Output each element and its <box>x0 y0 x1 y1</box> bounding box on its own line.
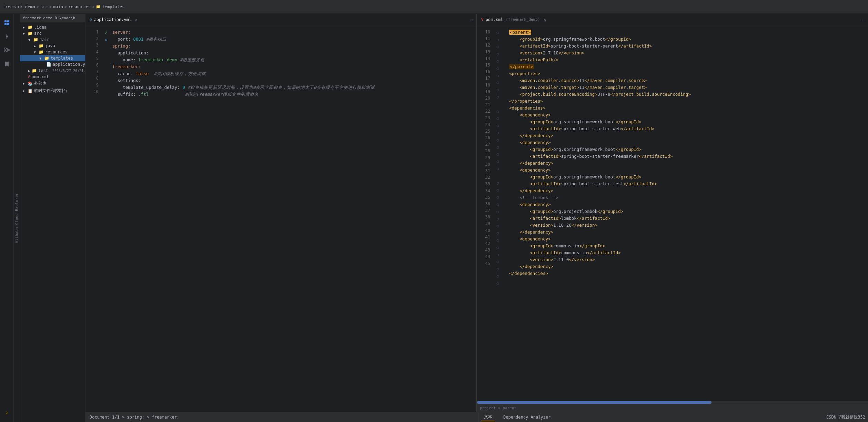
svg-rect-7 <box>4 48 6 49</box>
tree-arrow-scratch: ▶ <box>23 89 26 93</box>
right-horizontal-scrollbar[interactable] <box>477 401 868 404</box>
right-tab-action-icons: ⋯ <box>858 17 868 23</box>
rcode-40: <dependency> <box>501 236 868 243</box>
tree-label-scratch: 临时文件和控制台 <box>34 88 67 94</box>
tree-item-src[interactable]: ▼ 📁 src <box>20 30 85 37</box>
gutter-mark-2: ⊙ <box>103 36 110 43</box>
rcode-42: <artifactId>commons-io</artifactId> <box>501 249 868 256</box>
tree-item-pom[interactable]: V pom.xml <box>20 74 85 80</box>
right-bottom-bar: 文本 Dependency Analyzer CSDN @我就是我352 <box>478 412 868 422</box>
left-tab-bar: ⚙ application.yml ✕ ⋯ <box>85 14 476 26</box>
breadcrumb-project: freemark_demo <box>3 4 35 9</box>
svg-point-4 <box>6 35 8 38</box>
rcode-24: <artifactId>spring-boot-starter-web</art… <box>501 125 868 132</box>
tab-label-pom: pom.xml <box>486 17 503 22</box>
tree-item-application-yml[interactable]: 📄 application.yml <box>20 61 85 68</box>
tree-label-java: java <box>45 43 55 48</box>
rcode-45: </dependencies> <box>501 270 868 277</box>
left-code-content: server: port: 8881 #服务端口 spring: applica… <box>110 26 476 412</box>
yaml-file-icon: 📄 <box>46 62 51 67</box>
tree-item-java[interactable]: ▶ 📁 java <box>20 43 85 49</box>
rcode-43: <version>2.11.0</version> <box>501 256 868 263</box>
tab-sublabel-pom: (freemark_demo) <box>506 17 540 22</box>
tree-label-external-libs: 外部库 <box>34 81 47 86</box>
bottom-tabs-container: 文本 Dependency Analyzer <box>481 413 553 421</box>
code-line-1: server: <box>110 29 476 36</box>
gutter-mark-6 <box>103 65 110 72</box>
rcode-22: <dependency> <box>501 112 868 119</box>
vtab-bookmarks[interactable] <box>1 58 13 70</box>
code-line-5: name: freemarker-demo #指定服务名 <box>110 56 476 63</box>
gutter-mark-9 <box>103 86 110 93</box>
rcode-23: <groupId>org.springframework.boot</group… <box>501 119 868 125</box>
tree-label-pom: pom.xml <box>31 74 49 79</box>
gutter-mark-10 <box>103 93 110 101</box>
rcode-12: <artifactId>spring-boot-starter-parent</… <box>501 43 868 50</box>
gutter-mark-5 <box>103 58 110 65</box>
tree-item-idea[interactable]: ▶ 📁 .idea <box>20 24 85 30</box>
tab-pom-xml[interactable]: V pom.xml (freemark_demo) ✕ <box>477 14 552 26</box>
tree-item-scratch[interactable]: ▶ 📋 临时文件和控制台 <box>20 87 85 94</box>
rcode-41: <groupId>commons-io</groupId> <box>501 243 868 249</box>
cloud-explorer-label: Alibaba Cloud Explorer <box>14 192 20 245</box>
tab-close-pom[interactable]: ✕ <box>542 17 548 22</box>
tab-action-icons: ⋯ <box>467 17 476 23</box>
right-code-editor[interactable]: 10 11 12 13 14 15 16 17 18 19 20 21 <box>477 26 868 401</box>
tree-item-templates[interactable]: ▼ 📁 templates <box>20 55 85 61</box>
vtab-structure[interactable] <box>1 44 13 56</box>
code-line-2: port: 8881 #服务端口 <box>110 36 476 43</box>
right-code-content: <parent> <groupId>org.springframework.bo… <box>501 26 868 401</box>
rcode-26: <dependency> <box>501 139 868 146</box>
top-breadcrumb-bar: freemark_demo > src > main > resources >… <box>0 0 868 14</box>
rcode-39: </dependency> <box>501 229 868 236</box>
right-gutter-marks: ○ ○ ○ ○ ○ ○ ○ ○ ○ ○ ○ ○ <box>494 26 501 401</box>
right-breadcrumb: project > parent <box>477 404 868 412</box>
rcode-30: <dependency> <box>501 167 868 174</box>
tab-application-yml[interactable]: ⚙ application.yml ✕ <box>85 14 143 26</box>
file-tree-content[interactable]: ▶ 📁 .idea ▼ 📁 src ▼ 📁 main <box>20 23 85 422</box>
tree-label-templates: templates <box>51 56 73 61</box>
tree-arrow-main: ▼ <box>28 38 32 42</box>
right-tab-bar: V pom.xml (freemark_demo) ✕ ⋯ <box>477 14 868 26</box>
tree-arrow-templates: ▼ <box>39 56 43 60</box>
svg-rect-3 <box>7 23 9 25</box>
tree-arrow-java: ▶ <box>34 44 37 48</box>
bottom-tab-dependency[interactable]: Dependency Analyzer <box>501 414 553 420</box>
svg-rect-8 <box>4 51 6 52</box>
left-line-numbers: 1 2 3 4 5 6 7 8 9 10 <box>85 26 103 412</box>
left-vtabs: J <box>0 14 14 422</box>
rcode-34: <!-- lombok --> <box>501 194 868 201</box>
test-timestamp: 2023/3/27 20:21.. <box>52 69 85 73</box>
rcode-32: <artifactId>spring-boot-starter-test</ar… <box>501 181 868 187</box>
rcode-10: <parent> <box>501 29 868 36</box>
tree-item-external-libs[interactable]: ▶ 📚 外部库 <box>20 80 85 87</box>
left-code-pane: ⚙ application.yml ✕ ⋯ 1 2 3 <box>85 14 476 412</box>
tree-item-test[interactable]: ▶ 📁 test 2023/3/27 20:21.. <box>20 68 85 74</box>
breadcrumb-templates: templates <box>102 4 124 9</box>
bottom-tab-text[interactable]: 文本 <box>481 413 495 421</box>
tab-label-application-yml: application.yml <box>94 17 131 22</box>
tree-item-main[interactable]: ▼ 📁 main <box>20 37 85 43</box>
tab-close-application-yml[interactable]: ✕ <box>133 17 139 22</box>
tree-label-main: main <box>40 37 50 42</box>
vtab-project[interactable] <box>1 17 13 29</box>
tree-item-resources[interactable]: ▼ 📁 resources <box>20 49 85 55</box>
breadcrumb-src: src <box>40 4 48 9</box>
rcode-31: <groupId>org.springframework.boot</group… <box>501 174 868 181</box>
right-line-numbers: 10 11 12 13 14 15 16 17 18 19 20 21 <box>477 26 494 401</box>
more-options-icon[interactable]: ⋯ <box>470 17 474 23</box>
vtab-jrebel[interactable]: J <box>1 407 13 419</box>
yaml-tab-icon: ⚙ <box>90 17 92 22</box>
tree-label-resources: resources <box>45 50 68 54</box>
left-code-editor[interactable]: 1 2 3 4 5 6 7 8 9 10 <box>85 26 476 412</box>
csdn-status: CSDN @我就是我352 <box>826 414 865 420</box>
tree-arrow-src: ▼ <box>23 32 26 35</box>
rcode-28: <artifactId>spring-boot-starter-freemark… <box>501 153 868 160</box>
vtab-commit[interactable] <box>1 30 13 43</box>
code-line-9: template_update_delay: 0 #检查模板更新延迟时间，设置为… <box>110 84 476 91</box>
rcode-17: <maven.compiler.source>11</maven.compile… <box>501 77 868 84</box>
svg-rect-2 <box>4 23 7 25</box>
tree-arrow-test: ▶ <box>28 69 30 73</box>
right-more-options-icon[interactable]: ⋯ <box>861 17 865 23</box>
rcode-19: <project.build.sourceEncoding>UTF-8</pro… <box>501 91 868 98</box>
